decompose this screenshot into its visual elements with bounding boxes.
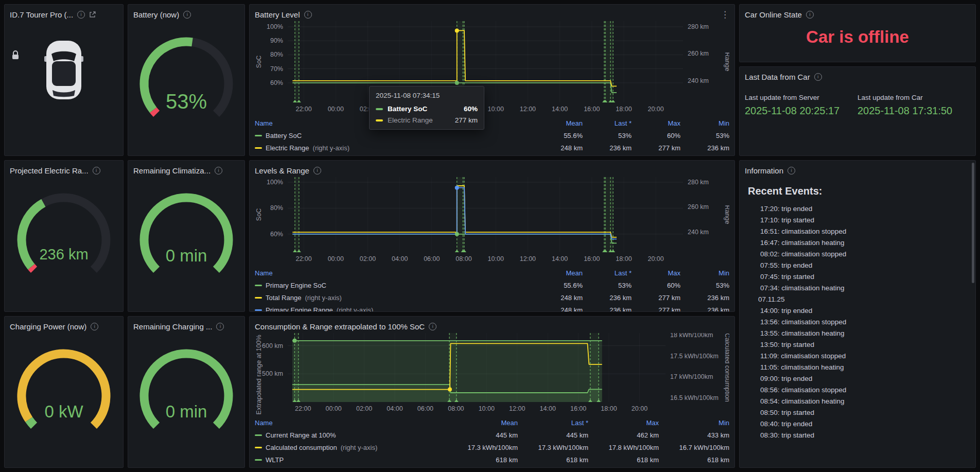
event-item: 17:10: trip started — [745, 215, 970, 226]
info-icon[interactable] — [183, 11, 191, 19]
series-swatch — [255, 147, 262, 149]
legend-series-name[interactable]: Total Range — [266, 294, 301, 302]
legend-value: 17.8 kWh/100km — [588, 444, 659, 451]
panel-title[interactable]: Battery Level — [255, 10, 300, 19]
legend-series-name[interactable]: WLTP — [266, 456, 284, 464]
panel-last-data: Last Data from Car Last update from Serv… — [739, 66, 976, 156]
legend-col[interactable]: Max — [588, 419, 659, 427]
event-item: 14:00: trip ended — [745, 305, 970, 317]
legend-col[interactable]: Min — [680, 119, 729, 127]
external-link-icon[interactable] — [89, 11, 96, 18]
svg-text:18:00: 18:00 — [616, 106, 632, 113]
panel-header: Remaining Climatiza... — [133, 164, 239, 177]
legend-row[interactable]: Calculated consumption (right y-axis)17.… — [255, 441, 729, 453]
legend-value: 445 km — [518, 431, 588, 439]
panel-title[interactable]: Remaining Climatiza... — [133, 166, 211, 175]
legend-col[interactable]: Max — [632, 119, 680, 127]
info-icon[interactable] — [215, 167, 222, 174]
panel-header: Remaining Charging ... — [133, 320, 239, 333]
panel-title[interactable]: Battery (now) — [133, 10, 179, 19]
legend-series-name[interactable]: Current Range at 100% — [266, 431, 336, 439]
legend-value: 248 km — [534, 294, 583, 302]
last-update-server: Last update from Server 2025-11-08 20:25… — [745, 94, 857, 117]
panel-title[interactable]: Information — [745, 166, 783, 175]
panel-title[interactable]: ID.7 Tourer Pro (... — [10, 10, 73, 19]
legend-series-suffix: (right y-axis) — [337, 306, 374, 312]
legend-col[interactable]: Mean — [447, 419, 518, 427]
legend-col-name[interactable]: Name — [255, 269, 534, 277]
battery-level-chart[interactable]: 60%70%80%90%100%240 km260 km280 km22:000… — [255, 21, 729, 117]
legend-header: NameMeanLast *MaxMin — [255, 267, 729, 279]
panel-header: Battery (now) — [133, 8, 239, 21]
panel-menu-icon[interactable] — [721, 9, 729, 20]
legend-col[interactable]: Last * — [583, 269, 632, 277]
info-icon[interactable] — [806, 11, 814, 19]
legend-series-name[interactable]: Electric Range — [266, 144, 309, 152]
legend-col[interactable]: Mean — [534, 269, 583, 277]
panel-title[interactable]: Consumption & Range extrapolated to 100%… — [255, 322, 425, 331]
legend-row[interactable]: WLTP618 km618 km618 km618 km — [255, 453, 729, 466]
event-item: 11:05: climatisation heating — [745, 362, 970, 373]
panel-header: Last Data from Car — [745, 70, 970, 83]
legend-value: 618 km — [588, 456, 659, 464]
legend-value: 236 km — [680, 294, 729, 302]
info-icon[interactable] — [814, 73, 822, 81]
legend-row[interactable]: Primary Engine SoC55.6%53%60%53% — [255, 279, 729, 291]
info-icon[interactable] — [216, 323, 224, 330]
svg-text:12:00: 12:00 — [520, 106, 536, 113]
info-icon[interactable] — [93, 167, 100, 174]
panel-car-online-state: Car Online State Car is offline — [739, 4, 976, 62]
legend-col[interactable]: Min — [659, 419, 729, 427]
legend-row[interactable]: Total Range (right y-axis)248 km236 km27… — [255, 291, 729, 304]
legend-col[interactable]: Mean — [534, 119, 583, 127]
info-icon[interactable] — [304, 11, 312, 19]
legend-col-name[interactable]: Name — [255, 419, 447, 427]
legend-row[interactable]: Primary Engine Range (right y-axis)248 k… — [255, 304, 729, 312]
svg-text:06:00: 06:00 — [417, 405, 433, 412]
svg-text:260 km: 260 km — [688, 50, 709, 57]
panel-title[interactable]: Car Online State — [745, 10, 802, 19]
panel-consumption-chart: Consumption & Range extrapolated to 100%… — [249, 316, 735, 468]
panel-title[interactable]: Last Data from Car — [745, 73, 810, 81]
levels-range-chart[interactable]: 60%80%100%240 km260 km280 km22:0000:0002… — [255, 177, 729, 267]
legend-col[interactable]: Last * — [583, 119, 632, 127]
info-icon[interactable] — [429, 323, 436, 330]
legend-row[interactable]: Electric Range (right y-axis)248 km236 k… — [255, 142, 729, 154]
legend-series-name[interactable]: Battery SoC — [266, 132, 302, 139]
chart-canvas[interactable]: 60%80%100%240 km260 km280 km22:0000:0002… — [255, 177, 729, 265]
info-icon[interactable] — [77, 11, 85, 19]
event-item: 08:50: trip started — [745, 407, 970, 418]
panel-header: Levels & Range — [255, 164, 729, 177]
svg-text:18 kWh/100km: 18 kWh/100km — [670, 333, 713, 339]
panel-title[interactable]: Levels & Range — [255, 166, 309, 175]
scrollbar[interactable] — [972, 163, 974, 283]
chart-canvas[interactable]: 500 km600 km16.5 kWh/100km17 kWh/100km17… — [255, 333, 729, 414]
svg-text:16:00: 16:00 — [570, 405, 586, 412]
legend-series-name[interactable]: Primary Engine Range — [266, 306, 333, 312]
info-icon[interactable] — [313, 167, 321, 174]
legend-value: 277 km — [632, 144, 680, 152]
legend-series-name[interactable]: Primary Engine SoC — [266, 282, 326, 289]
consumption-chart[interactable]: 500 km600 km16.5 kWh/100km17 kWh/100km17… — [255, 333, 729, 416]
legend-row[interactable]: Battery SoC55.6%53%60%53% — [255, 129, 729, 142]
event-item: 07:34: climatisation heating — [745, 283, 970, 294]
panel-title[interactable]: Charging Power (now) — [10, 322, 86, 331]
legend-series-name[interactable]: Calculated consumption — [266, 444, 337, 451]
legend-value: 53% — [583, 132, 632, 139]
legend-col[interactable]: Max — [632, 269, 680, 277]
panel-title[interactable]: Projected Electric Ra... — [10, 166, 89, 175]
svg-text:02:00: 02:00 — [360, 255, 376, 263]
legend-col[interactable]: Min — [680, 269, 729, 277]
info-icon[interactable] — [787, 167, 795, 174]
svg-text:16:00: 16:00 — [584, 255, 600, 263]
event-item: 08:30: trip started — [745, 430, 970, 441]
info-icon[interactable] — [91, 323, 98, 330]
legend-row[interactable]: Current Range at 100%445 km445 km462 km4… — [255, 429, 729, 441]
series-swatch — [255, 459, 262, 461]
event-item: 13:55: climatisation heating — [745, 328, 970, 339]
chart-canvas[interactable]: 60%70%80%90%100%240 km260 km280 km22:000… — [255, 21, 729, 115]
panel-title[interactable]: Remaining Charging ... — [133, 322, 212, 331]
svg-text:06:00: 06:00 — [424, 255, 440, 263]
legend-col[interactable]: Last * — [518, 419, 588, 427]
legend-value: 618 km — [447, 456, 518, 464]
